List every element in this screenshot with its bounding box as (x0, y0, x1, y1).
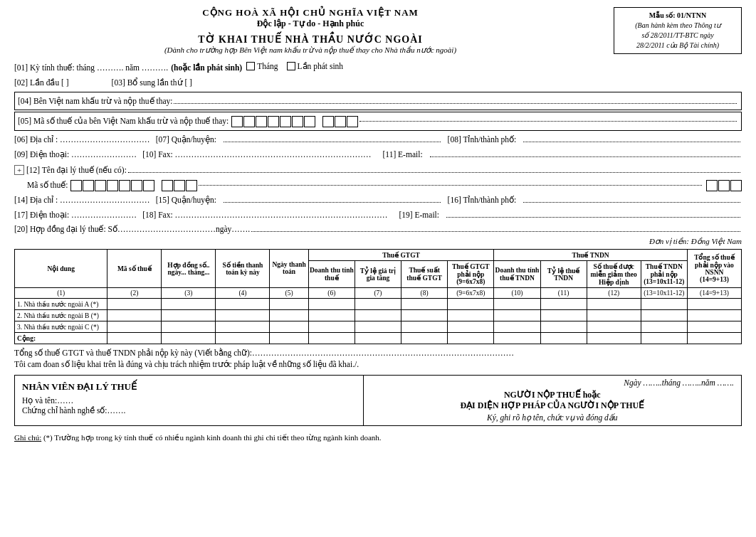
th-num9: (9=6x7x8) (448, 287, 494, 298)
tax-box-7 (304, 116, 315, 127)
row1-col6 (308, 298, 355, 309)
total-col8 (401, 332, 448, 344)
total-col10 (494, 332, 540, 344)
f11-label: [11] E-mail: (382, 147, 422, 162)
motto: Độc lập - Tự do - Hạnh phúc (14, 18, 607, 29)
form-ref-line4: 28/2/2011 của Bộ Tài chính) (619, 41, 737, 50)
row2-col4 (216, 309, 270, 321)
total-col2 (107, 332, 162, 344)
row3-col2 (107, 321, 162, 332)
field-17-18-19-row: [17] Điện thoại: …………………… [18] Fax: …………… (14, 208, 742, 223)
signature-section: NHÂN VIÊN ĐẠI LÝ THUẾ Họ và tên:…… Chứng… (14, 375, 742, 426)
tax-box-b3 (730, 180, 742, 191)
expand-icon[interactable]: + (14, 165, 24, 175)
tax-box-b1 (706, 180, 718, 191)
total-col9 (448, 332, 494, 344)
row2-col1: 2. Nhà thầu nước ngoài B (*) (15, 309, 107, 321)
row1-col14 (687, 298, 741, 309)
f08-label: [08] Tỉnh/thành phố: (448, 132, 517, 147)
f02-label: [02] Lần đầu [ ] (14, 75, 69, 90)
checkbox-lanphatsink-label: Lần phát sinh (298, 59, 344, 74)
tax-box-a5 (119, 180, 130, 191)
checkbox-thang[interactable]: Tháng (246, 59, 278, 74)
form-reference-box: Mẫu số: 01/NTNN (Ban hành kèm theo Thông… (614, 7, 742, 54)
total-row: Cộng: (15, 332, 742, 344)
field-04-row: [04] Bên Việt nam khấu trừ và nộp thuế t… (14, 92, 742, 111)
th-num1: (1) (15, 287, 107, 298)
unit-text: Đơn vị tiền: Đồng Việt Nam (14, 237, 742, 246)
sum-line-1: Tổng số thuế GTGT và thuế TNDN phải nộp … (14, 348, 742, 358)
th-col12: Số thuế được miễn giảm theo Hiệp định (587, 260, 641, 287)
tax-box-5 (280, 116, 291, 127)
sig-right-title1: NGƯỜI NỘP THUẾ hoặc (371, 390, 734, 400)
f12-fill (128, 172, 740, 173)
row2-col13 (641, 309, 687, 321)
sig-left-line1: Họ và tên:…… (22, 395, 356, 405)
tax-box-b2 (718, 180, 730, 191)
row3-col5 (270, 321, 308, 332)
row2-col7 (355, 309, 401, 321)
row3-col12 (587, 321, 641, 332)
note-label: Ghi chú: (14, 433, 41, 442)
tax-box-a7 (143, 180, 154, 191)
f04-label: [04] Bên Việt nam khấu trừ và nộp thuế t… (18, 94, 172, 109)
sig-left-line2: Chứng chỉ hành nghề số:……. (22, 405, 356, 415)
row3-col13 (641, 321, 687, 332)
f07-label: [07] Quận/huyện: (156, 132, 216, 147)
checkbox-thang-box[interactable] (246, 62, 255, 70)
field-09-10-11-row: [09] Điện thoại: …………………… [10] Fax: …………… (14, 147, 742, 162)
row2-col9 (448, 309, 494, 321)
note-text: (*) Trường hợp trong kỳ tính thuế có nhi… (43, 433, 382, 442)
th-col14: Tổng số thuế phải nộp vào NSNN (14=9+13) (687, 249, 741, 287)
f15-label: [15] Quận/huyện: (156, 193, 216, 208)
th-tndn-group: Thuế TNDN (494, 249, 688, 260)
f01-label: [01] Kỳ tính thuế: tháng ………. năm ………. (14, 60, 168, 75)
th-num14: (14=9+13) (687, 287, 741, 298)
field-12-row: + [12] Tên đại lý thuế (nếu có): (14, 163, 742, 178)
field-14-15-16-row: [14] Địa chỉ : …………………………… [15] Quận/huy… (14, 193, 742, 208)
fields-section: [01] Kỳ tính thuế: tháng ………. năm ………. (… (14, 59, 742, 237)
checkbox-lanphatsink[interactable]: Lần phát sinh (287, 59, 344, 74)
f07-fill (224, 142, 441, 142)
th-col7: Tỷ lệ giá trị gia tăng (355, 260, 401, 287)
total-col13 (641, 332, 687, 344)
total-col7 (355, 332, 401, 344)
f12-label: [12] Tên đại lý thuế (nếu có): (26, 163, 127, 178)
f13-fill (199, 185, 702, 186)
row2-col3 (162, 309, 216, 321)
row3-col3 (162, 321, 216, 332)
sig-right-sub: Ký, ghi rõ họ tên, chức vụ và đóng dấu (371, 413, 734, 422)
row3-col1: 3. Nhà thầu nước ngoài C (*) (15, 321, 107, 332)
row3-col8 (401, 321, 448, 332)
total-col11 (540, 332, 587, 344)
f05-label: [05] Mã số thuế của bên Việt Nam khấu tr… (18, 114, 229, 129)
th-num10: (10) (494, 287, 540, 298)
row1-col2 (107, 298, 162, 309)
th-col11: Tỷ lệ thuế TNDN (540, 260, 587, 287)
row2-col2 (107, 309, 162, 321)
sum-line-2: Tôi cam đoan số liệu khai trên là đúng v… (14, 359, 742, 369)
row1-col9 (448, 298, 494, 309)
row2-col11 (540, 309, 587, 321)
row1-col5 (270, 298, 308, 309)
table-row-2: 2. Nhà thầu nước ngoài B (*) (15, 309, 742, 321)
sig-right-title2: ĐẠI DIỆN HỢP PHÁP CỦA NGƯỜI NỘP THUẾ (371, 400, 734, 411)
th-col8: Thuế suất thuế GTGT (401, 260, 448, 287)
checkbox-lanphatsink-box[interactable] (287, 62, 295, 70)
total-col4 (216, 332, 270, 344)
row1-col12 (587, 298, 641, 309)
header-section: CỘNG HOÀ XÃ HỘI CHỦ NGHĨA VIỆT NAM Độc l… (14, 7, 607, 55)
total-col5 (270, 332, 308, 344)
tax-box-8 (322, 116, 334, 127)
tax-box-a9 (174, 180, 185, 191)
f14-label: [14] Địa chỉ : …………………………… (14, 193, 150, 208)
tax-box-a10 (186, 180, 197, 191)
tax-id-boxes-3 (706, 180, 742, 191)
f20-fill (251, 231, 740, 232)
row2-col10 (494, 309, 540, 321)
f03-label: [03] Bổ sung lần thứ [ ] (112, 75, 192, 90)
th-col4: Số tiền thanh toán kỳ này (216, 249, 270, 287)
form-ref-line2: (Ban hành kèm theo Thông tư (619, 21, 737, 31)
tax-box-2 (243, 116, 255, 127)
row1-col3 (162, 298, 216, 309)
